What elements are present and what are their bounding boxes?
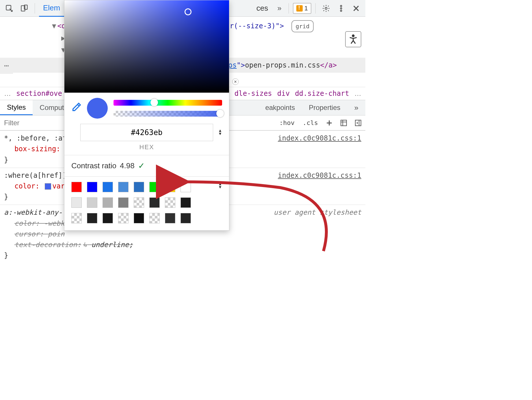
color-swatch[interactable] [45, 183, 51, 190]
sv-handle[interactable] [185, 8, 191, 15]
svg-rect-8 [341, 120, 347, 126]
issues-badge[interactable]: 1 [293, 3, 311, 14]
palette-swatch[interactable] [103, 213, 113, 223]
palette-swatch[interactable] [165, 182, 175, 192]
computed-panel-icon[interactable] [339, 119, 348, 127]
toolbar-divider [315, 3, 316, 14]
selector: :where(a[href]) [4, 171, 67, 180]
css-property[interactable]: text-decoration:↳ underline; [14, 240, 361, 250]
palette-swatch[interactable] [165, 213, 175, 223]
palette-swatch[interactable] [134, 182, 144, 192]
color-mode-label: HEX [139, 143, 154, 151]
contrast-row[interactable]: Contrast ratio 4.98 ✓ [64, 155, 229, 176]
palette-swatches: ▲▼ [64, 176, 229, 230]
more-tabs-chevrons[interactable]: » [274, 4, 284, 13]
brace: } [4, 193, 8, 201]
alpha-slider[interactable] [114, 111, 222, 117]
palette-swatch[interactable] [134, 197, 144, 208]
palette-swatch[interactable] [103, 197, 113, 208]
palette-switch-icon[interactable]: ▲▼ [218, 182, 222, 189]
hex-input[interactable] [80, 124, 213, 141]
tab-partial[interactable]: ces [252, 4, 272, 13]
source-link[interactable]: index.c0c9081c.css:1 [278, 133, 361, 144]
contrast-label: Contrast ratio [71, 161, 116, 170]
palette-swatch[interactable] [134, 213, 144, 223]
close-icon[interactable]: × [232, 78, 239, 85]
source-label: user agent stylesheet [274, 207, 361, 218]
collapse-toggle-icon[interactable]: ▼ [52, 22, 56, 30]
subtab-breakpoints[interactable]: eakpoints [258, 100, 302, 115]
palette-swatch[interactable] [165, 197, 175, 208]
palette-swatch[interactable] [118, 213, 129, 223]
toolbar-divider [35, 3, 35, 14]
attr-fragment: var(--size-3)"> [221, 22, 284, 30]
svg-rect-9 [355, 120, 361, 126]
breadcrumb-item[interactable]: dd.size-chart [295, 89, 349, 98]
saturation-value-area[interactable] [64, 0, 229, 93]
svg-point-7 [352, 35, 354, 37]
cls-toggle[interactable]: .cls [299, 119, 322, 126]
new-rule-plus-icon[interactable] [325, 119, 334, 127]
color-mode-switch-icon[interactable]: ▲▼ [218, 129, 222, 135]
warning-icon [296, 5, 303, 12]
checkmark-icon: ✓ [138, 161, 145, 171]
tab-elements[interactable]: Elem [39, 3, 64, 17]
grid-badge[interactable]: grid [291, 20, 313, 32]
color-picker-popover: HEX ▲▼ Contrast ratio 4.98 ✓ ▲▼ [64, 0, 229, 231]
brace: } [4, 251, 8, 259]
palette-swatch[interactable] [87, 182, 97, 192]
issue-count: 1 [304, 5, 308, 12]
accessibility-icon[interactable] [345, 31, 361, 47]
palette-swatch[interactable] [149, 182, 160, 192]
palette-swatch[interactable] [87, 213, 97, 223]
palette-swatch[interactable] [149, 197, 160, 208]
palette-swatch[interactable] [118, 182, 129, 192]
settings-gear-icon[interactable] [320, 2, 332, 15]
text-node: open-props.min.css [245, 61, 320, 69]
breadcrumb-ellipsis[interactable]: … [354, 89, 361, 98]
svg-point-6 [341, 10, 342, 11]
subtab-properties[interactable]: Properties [302, 100, 347, 115]
arrow-icon: ↳ [83, 241, 87, 249]
close-icon[interactable] [350, 2, 362, 15]
selector: a:-webkit-any-l [4, 208, 67, 216]
palette-swatch[interactable] [181, 197, 191, 208]
inspect-element-icon[interactable] [3, 2, 16, 15]
tree-ellipsis[interactable]: ⋯ [0, 58, 13, 74]
breadcrumb-item[interactable]: div [277, 89, 290, 98]
breadcrumb-ellipsis[interactable]: … [4, 89, 11, 98]
selector: *, :before, :af [4, 134, 67, 142]
source-link[interactable]: index.c0c9081c.css:1 [278, 170, 361, 181]
palette-swatch[interactable] [149, 213, 160, 223]
hue-slider[interactable] [114, 100, 222, 106]
subtab-styles[interactable]: Styles [0, 100, 33, 115]
sidebar-toggle-icon[interactable] [354, 119, 362, 127]
palette-swatch[interactable] [181, 213, 191, 223]
device-toggle-icon[interactable] [18, 2, 31, 15]
svg-point-3 [325, 7, 327, 9]
breadcrumb-item[interactable]: section#ove [16, 89, 62, 98]
more-subtabs-chevrons[interactable]: » [347, 100, 365, 115]
toolbar-divider [289, 3, 289, 14]
svg-point-5 [341, 8, 342, 9]
palette-swatch[interactable] [71, 197, 82, 208]
hov-toggle[interactable]: :hov [275, 119, 299, 126]
hue-handle[interactable] [150, 99, 158, 106]
palette-swatch[interactable] [118, 197, 129, 208]
kebab-menu-icon[interactable] [335, 2, 347, 15]
breadcrumb-item[interactable]: dle-sizes [235, 89, 272, 98]
palette-swatch[interactable] [71, 213, 82, 223]
palette-swatch[interactable] [87, 197, 97, 208]
brace: } [4, 156, 8, 164]
palette-swatch[interactable] [71, 182, 82, 192]
current-color-swatch [87, 98, 108, 119]
eyedropper-icon[interactable] [71, 102, 81, 114]
palette-swatch[interactable] [103, 182, 113, 192]
svg-point-4 [341, 5, 342, 7]
palette-swatch[interactable] [181, 182, 191, 192]
close-tag: </a> [320, 61, 337, 69]
contrast-value: 4.98 [120, 161, 135, 170]
alpha-handle[interactable] [216, 110, 224, 117]
